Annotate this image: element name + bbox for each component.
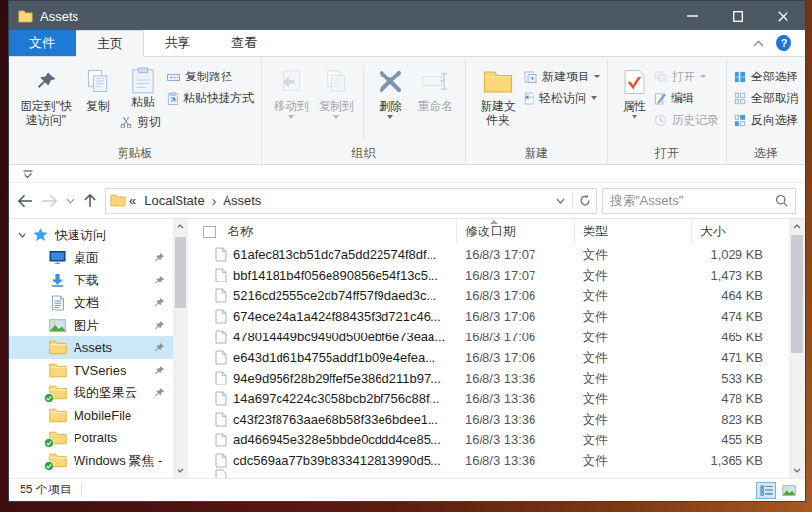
file-name[interactable]: ad466945e328e5bbde0cddd4ce85... bbox=[233, 433, 457, 447]
invert-selection-button[interactable]: 反向选择 bbox=[734, 109, 798, 130]
file-row[interactable]: 478014449bc9490d500ebf6e73eaa... 16/8/3 … bbox=[188, 327, 788, 347]
file-row[interactable]: e643d1d61b4755addf1b09e4efea... 16/8/3 1… bbox=[188, 347, 788, 368]
file-icon bbox=[188, 268, 233, 282]
move-to-button[interactable]: 移动到 bbox=[269, 62, 314, 121]
sidebar-item-icon bbox=[48, 453, 67, 468]
sidebar-item[interactable]: Potraits bbox=[9, 427, 188, 449]
new-item-button[interactable]: 新建项目 bbox=[524, 66, 600, 87]
sidebar-item[interactable]: 图片 bbox=[9, 314, 188, 336]
select-none-button[interactable]: 全部取消 bbox=[734, 87, 798, 109]
sidebar-item[interactable]: 桌面 bbox=[9, 246, 188, 269]
file-date: 16/8/3 13:36 bbox=[457, 453, 575, 468]
edit-button[interactable]: 编辑 bbox=[654, 87, 719, 109]
new-folder-button[interactable]: 新建文件夹 bbox=[473, 62, 524, 128]
file-name[interactable]: c43f23f8763aae68b58f33e6bdee1... bbox=[233, 412, 457, 427]
details-view-button[interactable] bbox=[756, 482, 776, 499]
cut-button[interactable]: 剪切 bbox=[120, 111, 167, 132]
easy-access-button[interactable]: 轻松访问 bbox=[524, 87, 600, 109]
file-name[interactable]: e643d1d61b4755addf1b09e4efea... bbox=[233, 350, 457, 365]
sidebar-item[interactable]: 我的坚果云 bbox=[9, 382, 188, 404]
tab-share[interactable]: 共享 bbox=[144, 30, 211, 56]
sidebar-scrollbar[interactable] bbox=[173, 219, 188, 478]
tab-view[interactable]: 查看 bbox=[211, 30, 278, 56]
file-name[interactable]: 61afec813cb51dc7a5dd22574f8df... bbox=[233, 247, 457, 262]
close-button[interactable] bbox=[760, 1, 805, 30]
select-all-checkbox[interactable] bbox=[203, 226, 216, 238]
scroll-up-icon[interactable] bbox=[789, 219, 805, 233]
file-row[interactable]: 674ece24a1a424f88435f3d721c46... 16/8/3 … bbox=[188, 306, 788, 327]
path-truncated-glyph[interactable]: « bbox=[126, 193, 140, 208]
file-row[interactable]: 61afec813cb51dc7a5dd22574f8df... 16/8/3 … bbox=[188, 244, 788, 265]
collapse-ribbon-icon[interactable] bbox=[753, 40, 764, 47]
maximize-button[interactable] bbox=[715, 1, 760, 30]
copy-to-button[interactable]: 复制到 bbox=[314, 62, 359, 121]
column-header-type[interactable]: 类型 bbox=[575, 219, 692, 244]
scroll-down-icon[interactable] bbox=[173, 463, 188, 478]
history-button[interactable]: 历史记录 bbox=[654, 109, 719, 130]
scroll-down-icon[interactable] bbox=[789, 463, 805, 478]
recent-locations-chevron-icon[interactable] bbox=[62, 188, 77, 214]
search-box[interactable] bbox=[602, 188, 796, 214]
delete-button[interactable]: 删除 bbox=[368, 62, 413, 121]
list-scrollbar[interactable] bbox=[789, 219, 805, 478]
file-row[interactable]: ad466945e328e5bbde0cddd4ce85... 16/8/3 1… bbox=[188, 430, 788, 450]
up-button[interactable] bbox=[77, 188, 102, 214]
file-row[interactable]: bbf14181b4f056e890856e54f13c5... 16/8/3 … bbox=[188, 265, 788, 285]
address-bar[interactable]: « LocalState › Assets bbox=[105, 188, 597, 214]
pin-to-quick-access-button[interactable]: 固定到"快速访问" bbox=[16, 62, 76, 128]
copy-path-button[interactable]: 复制路径 bbox=[167, 66, 254, 87]
breadcrumb-localstate[interactable]: LocalState bbox=[140, 193, 208, 208]
column-header-size[interactable]: 大小 bbox=[692, 219, 788, 244]
tab-home[interactable]: 主页 bbox=[76, 30, 144, 57]
properties-button[interactable]: 属性 bbox=[615, 62, 654, 121]
file-name[interactable]: 14a697c4224c3058bcb2bf756c88f... bbox=[233, 391, 457, 406]
paste-button[interactable]: 粘贴 bbox=[120, 64, 167, 111]
sidebar-item[interactable]: MobileFile bbox=[9, 404, 188, 427]
scroll-up-icon[interactable] bbox=[173, 219, 188, 233]
select-all-button[interactable]: 全部选择 bbox=[734, 66, 798, 87]
expand-chevron-icon[interactable] bbox=[18, 232, 26, 238]
address-dropdown-icon[interactable] bbox=[548, 189, 572, 213]
file-name[interactable]: cdc569aa77b39b833412813990d5... bbox=[233, 453, 457, 468]
file-row[interactable]: cdc569aa77b39b833412813990d5... 16/8/3 1… bbox=[188, 450, 788, 469]
new-item-icon bbox=[524, 71, 537, 83]
forward-button[interactable] bbox=[37, 188, 62, 214]
file-row[interactable]: 94e9d956f28b29ffef5e386d211b97... 16/8/3… bbox=[188, 368, 788, 388]
sidebar-item[interactable]: Windows 聚焦 - Cc bbox=[9, 449, 188, 472]
file-date: 16/8/3 17:07 bbox=[457, 247, 575, 262]
scrollbar-thumb[interactable] bbox=[175, 237, 186, 308]
scrollbar-thumb[interactable] bbox=[791, 235, 803, 353]
sidebar-item[interactable]: TVSeries bbox=[9, 359, 188, 382]
file-icon bbox=[188, 288, 233, 303]
file-name[interactable]: 5216cd2555ce2db74ff57f9daed3c... bbox=[233, 288, 457, 303]
file-name[interactable]: 674ece24a1a424f88435f3d721c46... bbox=[233, 309, 457, 324]
search-icon[interactable] bbox=[775, 194, 788, 208]
toolbar-customize-icon[interactable] bbox=[22, 170, 34, 179]
file-row[interactable]: 5216cd2555ce2db74ff57f9daed3c... 16/8/3 … bbox=[188, 285, 788, 306]
refresh-icon[interactable] bbox=[573, 189, 596, 213]
thumbnail-view-button[interactable] bbox=[779, 482, 798, 499]
sidebar-item[interactable]: 下载 bbox=[9, 269, 188, 291]
file-name[interactable]: bbf14181b4f056e890856e54f13c5... bbox=[233, 268, 457, 282]
back-button[interactable] bbox=[13, 188, 37, 214]
paste-shortcut-button[interactable]: 粘贴快捷方式 bbox=[167, 87, 254, 109]
minimize-button[interactable] bbox=[670, 1, 715, 30]
column-header-name[interactable]: 名称 bbox=[188, 219, 457, 244]
help-icon[interactable]: ? bbox=[776, 35, 791, 51]
rename-button[interactable]: 重命名 bbox=[413, 62, 458, 115]
tab-file[interactable]: 文件 bbox=[9, 30, 76, 56]
copy-button[interactable]: 复制 bbox=[76, 62, 120, 115]
breadcrumb-assets[interactable]: Assets bbox=[219, 193, 265, 208]
column-header-date[interactable]: 修改日期 bbox=[457, 219, 575, 244]
titlebar[interactable]: Assets bbox=[9, 1, 805, 30]
file-row[interactable]: c43f23f8763aae68b58f33e6bdee1... 16/8/3 … bbox=[188, 409, 788, 430]
file-name[interactable]: 478014449bc9490d500ebf6e73eaa... bbox=[233, 330, 457, 344]
item-count: 55 个项目 bbox=[9, 482, 72, 498]
search-input[interactable] bbox=[610, 193, 775, 208]
open-button[interactable]: 打开 bbox=[654, 66, 719, 87]
sidebar-quick-access[interactable]: 快速访问 bbox=[9, 224, 188, 246]
sidebar-item[interactable]: Assets bbox=[9, 336, 188, 359]
file-name[interactable]: 94e9d956f28b29ffef5e386d211b97... bbox=[233, 371, 457, 385]
file-row[interactable]: 14a697c4224c3058bcb2bf756c88f... 16/8/3 … bbox=[188, 388, 788, 409]
sidebar-item[interactable]: 文档 bbox=[9, 291, 188, 314]
